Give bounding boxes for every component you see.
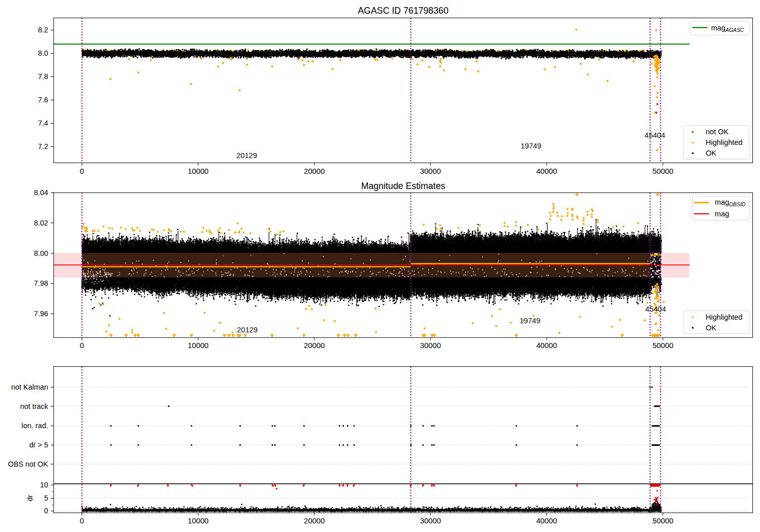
svg-text:20000: 20000: [304, 167, 325, 175]
svg-text:30000: 30000: [420, 341, 441, 350]
svg-text:50000: 50000: [653, 167, 673, 175]
svg-text:not Kalman: not Kalman: [11, 383, 48, 391]
svg-text:dr: dr: [26, 495, 34, 501]
svg-text:45404: 45404: [645, 305, 666, 313]
svg-text:7.8: 7.8: [38, 72, 48, 81]
svg-text:10000: 10000: [187, 341, 208, 350]
svg-text:19749: 19749: [520, 142, 541, 150]
svg-text:0: 0: [44, 507, 48, 515]
svg-text:20129: 20129: [237, 326, 257, 334]
svg-text:not track: not track: [20, 402, 49, 410]
svg-text:5: 5: [44, 494, 48, 502]
svg-text:Ion. rad.: Ion. rad.: [21, 422, 48, 430]
svg-text:7.98: 7.98: [34, 279, 48, 287]
svg-text:45404: 45404: [644, 131, 665, 139]
svg-text:Highlighted: Highlighted: [706, 138, 743, 146]
svg-text:OBS not OK: OBS not OK: [8, 460, 49, 468]
svg-text:20129: 20129: [236, 151, 257, 160]
svg-text:8.00: 8.00: [34, 249, 48, 257]
svg-text:40000: 40000: [536, 517, 557, 525]
svg-text:40000: 40000: [536, 341, 557, 350]
svg-text:0: 0: [80, 517, 84, 525]
svg-text:50000: 50000: [653, 517, 673, 525]
svg-text:0: 0: [80, 167, 84, 175]
svg-text:Highlighted: Highlighted: [706, 313, 743, 321]
svg-text:50000: 50000: [653, 341, 673, 350]
svg-text:0: 0: [80, 341, 84, 350]
svg-text:7.96: 7.96: [34, 310, 48, 318]
svg-text:8.02: 8.02: [34, 219, 48, 227]
svg-text:30000: 30000: [420, 517, 441, 525]
svg-text:AGASC ID 761798360: AGASC ID 761798360: [358, 6, 448, 16]
svg-text:40000: 40000: [536, 167, 557, 175]
svg-text:8.04: 8.04: [34, 188, 48, 197]
svg-text:OK: OK: [706, 324, 716, 332]
svg-text:mag: mag: [715, 210, 729, 218]
svg-text:7.2: 7.2: [38, 142, 48, 150]
svg-text:OK: OK: [706, 149, 716, 157]
svg-text:8.0: 8.0: [38, 49, 48, 57]
svg-text:not OK: not OK: [706, 128, 729, 136]
svg-text:7.4: 7.4: [38, 119, 48, 127]
svg-text:10: 10: [40, 481, 48, 489]
svg-text:10000: 10000: [187, 167, 208, 175]
svg-text:19749: 19749: [519, 317, 540, 325]
svg-text:20000: 20000: [304, 341, 325, 350]
svg-text:30000: 30000: [420, 167, 441, 175]
svg-text:Magnitude Estimates: Magnitude Estimates: [361, 181, 445, 191]
svg-text:20000: 20000: [304, 517, 325, 525]
svg-text:10000: 10000: [187, 517, 208, 525]
svg-text:7.6: 7.6: [38, 96, 48, 104]
svg-text:dr > 5: dr > 5: [29, 441, 48, 449]
svg-text:8.2: 8.2: [38, 26, 48, 34]
